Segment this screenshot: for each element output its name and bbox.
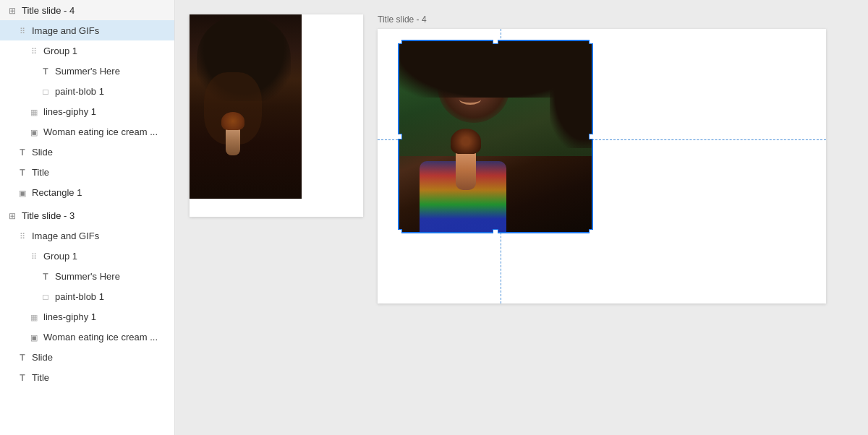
- sidebar-item-label: Summer's Here: [55, 271, 120, 282]
- sidebar-item-image-gifs-3[interactable]: Image and GIFs: [0, 225, 174, 246]
- sidebar-item-rectangle-4[interactable]: Rectangle 1: [0, 182, 174, 202]
- rect-icon: [39, 85, 52, 98]
- woman-image-slide2[interactable]: 835 × 810: [398, 40, 593, 233]
- text-icon: [39, 64, 52, 77]
- slide2-container: Title slide - 4: [378, 14, 826, 303]
- sidebar-item-slide-4[interactable]: Slide: [0, 142, 174, 162]
- sidebar-item-label: Rectangle 1: [32, 187, 82, 198]
- sidebar-item-label: Woman eating ice cream ...: [43, 332, 158, 343]
- rect-icon: [39, 290, 52, 303]
- text-icon: [16, 371, 29, 384]
- sidebar-item-title-4[interactable]: Title: [0, 162, 174, 182]
- dotgrid-icon: [27, 44, 41, 57]
- sidebar-item-label: Title slide - 4: [22, 5, 75, 16]
- gif-icon: [27, 105, 41, 118]
- sidebar-item-paint-blob-3[interactable]: paint-blob 1: [0, 286, 174, 306]
- text-icon: [16, 165, 29, 178]
- img-icon: [16, 186, 29, 199]
- gif-icon: [27, 310, 41, 323]
- sidebar-item-paint-blob-4[interactable]: paint-blob 1: [0, 81, 174, 101]
- sidebar-item-label: Woman eating ice cream ...: [43, 126, 158, 137]
- text-icon: [16, 145, 29, 158]
- sidebar-item-label: paint-blob 1: [55, 291, 104, 302]
- sidebar-item-label: Group 1: [43, 46, 77, 56]
- sidebar-item-woman-ice-cream-4[interactable]: Woman eating ice cream ...: [0, 121, 174, 142]
- dotgrid-icon: [16, 24, 29, 37]
- img-icon: [27, 330, 41, 343]
- slide2-frame[interactable]: 835 × 810: [378, 29, 826, 303]
- sidebar-item-label: Slide: [32, 352, 53, 363]
- sidebar-item-title-3[interactable]: Title: [0, 367, 174, 387]
- sidebar-item-label: lines-giphy 1: [43, 106, 96, 117]
- sidebar-item-title-slide-4[interactable]: Title slide - 4: [0, 0, 174, 20]
- sidebar-item-image-gifs-4[interactable]: Image and GIFs: [0, 20, 174, 40]
- img-icon: [27, 125, 41, 138]
- canvas-area: Title slide - 4: [175, 0, 868, 435]
- sidebar-item-group1-4[interactable]: Group 1: [0, 40, 174, 61]
- sidebar-item-group1-3[interactable]: Group 1: [0, 246, 174, 266]
- sidebar-item-label: Slide: [32, 147, 53, 158]
- slide1-frame[interactable]: [190, 14, 363, 217]
- sidebar-item-lines-giphy-4[interactable]: lines-giphy 1: [0, 101, 174, 121]
- sidebar-item-label: Title: [32, 372, 49, 383]
- sidebar-item-title-slide-3[interactable]: Title slide - 3: [0, 205, 174, 225]
- sidebar-item-slide-3[interactable]: Slide: [0, 347, 174, 367]
- sidebar: Title slide - 4 Image and GIFs Group 1 S…: [0, 0, 175, 435]
- dotgrid-icon: [16, 229, 29, 242]
- sidebar-item-lines-giphy-3[interactable]: lines-giphy 1: [0, 306, 174, 327]
- text-icon: [16, 350, 29, 363]
- sidebar-item-label: Title: [32, 167, 49, 178]
- sidebar-item-summers-here-3[interactable]: Summer's Here: [0, 266, 174, 286]
- sidebar-item-woman-ice-cream-3[interactable]: Woman eating ice cream ...: [0, 327, 174, 347]
- slide1-container: [190, 14, 363, 217]
- grid-icon: [6, 209, 19, 222]
- text-icon: [39, 270, 52, 283]
- slide2-label: Title slide - 4: [378, 14, 427, 25]
- grid-icon: [6, 4, 19, 17]
- sidebar-item-label: Title slide - 3: [22, 210, 75, 221]
- sidebar-item-label: Image and GIFs: [32, 231, 99, 241]
- sidebar-item-label: lines-giphy 1: [43, 311, 96, 322]
- sidebar-item-label: Group 1: [43, 251, 77, 262]
- dotgrid-icon: [27, 249, 41, 262]
- sidebar-item-label: Image and GIFs: [32, 25, 99, 36]
- sidebar-item-label: Summer's Here: [55, 66, 120, 77]
- sidebar-item-summers-here-4[interactable]: Summer's Here: [0, 61, 174, 81]
- sidebar-item-label: paint-blob 1: [55, 86, 104, 97]
